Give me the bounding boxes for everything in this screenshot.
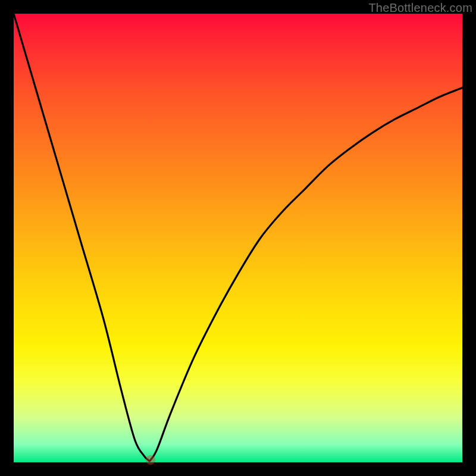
gradient-background xyxy=(14,14,462,462)
watermark-text: TheBottleneck.com xyxy=(368,1,472,15)
chart-frame xyxy=(14,14,462,462)
plot-area xyxy=(14,14,462,462)
